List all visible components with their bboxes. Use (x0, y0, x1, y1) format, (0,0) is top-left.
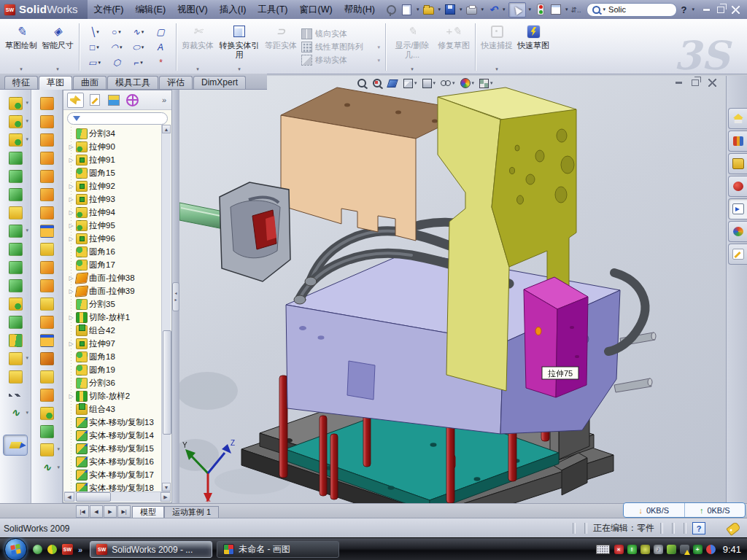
extruded-boss-icon[interactable] (0, 94, 31, 112)
menu-item[interactable]: 视图(V) (171, 0, 214, 19)
feature-tree-item[interactable]: ▷ 切除-放样2 (68, 389, 171, 402)
pattern-icon[interactable] (0, 222, 31, 240)
scrollbar-thumb[interactable] (76, 492, 111, 502)
sync-icon[interactable] (667, 545, 676, 554)
thicken-icon[interactable] (31, 368, 62, 386)
scroll-right-icon[interactable]: ▶ (160, 492, 171, 502)
swept-boss-icon[interactable] (0, 149, 31, 167)
solidworks-resources-tab[interactable] (728, 176, 747, 197)
feature-tree-item[interactable]: ▷ 实体-移动/复制17 (68, 468, 171, 481)
text-tool[interactable]: A (150, 39, 171, 55)
dome-icon[interactable] (31, 422, 62, 440)
dropdown-arrow-icon[interactable]: ▾ (503, 7, 506, 12)
point-tool[interactable]: * (150, 55, 171, 70)
expand-arrow-icon[interactable]: ▷ (68, 144, 74, 150)
design-library-tab[interactable] (728, 131, 747, 152)
combine-icon[interactable] (0, 313, 31, 331)
appearances-icon[interactable]: ▾ (460, 78, 475, 88)
feature-tree-item[interactable]: ▷ 拉伸96 (68, 232, 171, 245)
draft-icon[interactable] (0, 258, 31, 276)
rebuild-icon[interactable] (534, 3, 547, 16)
tab-nav-button[interactable]: ▶| (117, 505, 131, 518)
search-input[interactable]: Solic (608, 5, 626, 14)
new-document-icon[interactable] (400, 3, 414, 16)
custom-properties-tab[interactable] (728, 244, 747, 265)
dropdown-arrow-icon[interactable]: ▾ (529, 7, 532, 12)
reference-axis-icon[interactable] (0, 386, 31, 404)
panel-chevron-icon[interactable]: » (162, 96, 168, 104)
splitter-handle-icon[interactable]: ◂▸ (172, 282, 179, 311)
tree-filter-input[interactable] (67, 112, 168, 125)
hide-show-items-icon[interactable]: ▾ (441, 80, 455, 86)
feature-tree-item[interactable]: ▷ 圆角18 (68, 350, 171, 363)
delete-body-icon[interactable] (0, 368, 31, 386)
propertymanager-tab[interactable] (86, 93, 103, 108)
commandmanager-tab[interactable]: 草图 (39, 76, 72, 90)
convert-entities-button[interactable]: 转换实体引用▾ (216, 20, 263, 74)
tab-nav-button[interactable]: ▶ (104, 505, 117, 518)
scroll-up-icon[interactable]: ▲ (162, 125, 171, 133)
slot-tool[interactable]: ▭▾ (84, 55, 106, 70)
dimxpertmanager-tab[interactable] (124, 93, 141, 108)
fillet-surface-icon[interactable] (31, 404, 62, 422)
expand-arrow-icon[interactable]: ▷ (68, 393, 74, 400)
feature-tree-item[interactable]: ▷ 曲面-拉伸38 (68, 271, 171, 284)
feature-tree-item[interactable]: ▷ 曲面-拉伸39 (68, 284, 171, 298)
network-warning-icon[interactable] (680, 545, 689, 554)
start-button[interactable] (4, 538, 27, 560)
lofted-surface-icon[interactable] (31, 149, 62, 167)
section-view-icon[interactable] (388, 79, 398, 88)
arc-tool[interactable]: ◠▾ (106, 39, 128, 55)
sketch-fillet-tool[interactable]: ⌐▾ (128, 55, 150, 70)
expand-arrow-icon[interactable]: ▷ (68, 157, 74, 163)
display-delete-relations-button[interactable]: ✎ 显示/删除几...▾ (389, 20, 436, 74)
messenger-quicklaunch-icon[interactable] (33, 545, 42, 554)
tab-nav-button[interactable]: ◀ (90, 505, 103, 518)
feature-tree-item[interactable]: ▷ 拉伸90 (68, 140, 171, 153)
offset-entities-button[interactable]: ⊃ 等距实体 (263, 20, 299, 74)
zoom-area-icon[interactable] (373, 79, 383, 88)
messenger-status-icon[interactable] (706, 545, 716, 554)
graphics-viewport[interactable]: X Y Z 拉伸75 ▾ ▾ ▾ ▾ (179, 76, 727, 503)
feature-tree-item[interactable]: ▷ 圆角17 (68, 258, 171, 271)
feature-tree-item[interactable]: ▷ 实体-移动/复制13 (68, 416, 171, 429)
tab-nav-button[interactable]: |◀ (76, 505, 89, 518)
insert-part-icon[interactable] (0, 349, 31, 368)
search-dropdown-icon[interactable]: ▾ (603, 7, 606, 12)
scrollbar-thumb[interactable] (163, 330, 171, 435)
menu-item[interactable]: 工具(T) (252, 0, 294, 19)
media-quicklaunch-icon[interactable] (47, 545, 57, 554)
insert-part-icon[interactable] (31, 440, 62, 459)
ime-keyboard-icon[interactable] (596, 545, 610, 554)
tree-horizontal-scrollbar[interactable]: ◀ ▶ (64, 491, 171, 502)
restore-icon[interactable] (717, 7, 724, 13)
freeform-surface-icon[interactable] (31, 185, 62, 203)
quick-tips-button[interactable]: ? (692, 522, 705, 534)
commandmanager-tab[interactable]: 评估 (159, 76, 193, 89)
model-tab[interactable]: 运动算例 1 (164, 506, 219, 518)
expand-arrow-icon[interactable]: ▷ (68, 275, 74, 281)
view-orientation-icon[interactable]: ▾ (403, 79, 417, 88)
model-canvas[interactable]: X Y Z 拉伸75 (179, 76, 727, 503)
move-entities-button[interactable]: 移动实体▾ (301, 55, 380, 66)
commandmanager-tab[interactable]: 特征 (4, 76, 38, 89)
expand-arrow-icon[interactable]: ▷ (68, 288, 74, 295)
taskbar-clock[interactable]: 9:41 (723, 544, 741, 555)
doc-close-icon[interactable] (708, 79, 716, 87)
delete-face-icon[interactable] (31, 349, 62, 368)
doc-minimize-icon[interactable] (676, 82, 682, 84)
toolbar-extra-icon[interactable]: ⇵.. (571, 6, 581, 14)
trim-surface-icon[interactable] (31, 295, 62, 313)
rapid-sketch-button[interactable]: 快速草图 (515, 20, 551, 74)
polygon-tool[interactable]: ⬡ (106, 55, 128, 70)
extend-surface-icon[interactable] (31, 276, 62, 295)
tag-icon[interactable] (726, 521, 741, 536)
search-box[interactable]: ▾ Solic (587, 3, 677, 17)
feature-tree-item[interactable]: ▷ 分割36 (68, 376, 171, 389)
undo-icon[interactable]: ↶ (487, 3, 500, 16)
untrim-surface-icon[interactable] (31, 313, 62, 331)
split-icon[interactable] (0, 295, 31, 313)
home-tab[interactable] (728, 108, 747, 129)
expand-arrow-icon[interactable]: ▷ (68, 196, 74, 203)
taskbar-window-button[interactable]: 未命名 - 画图 (217, 541, 339, 558)
